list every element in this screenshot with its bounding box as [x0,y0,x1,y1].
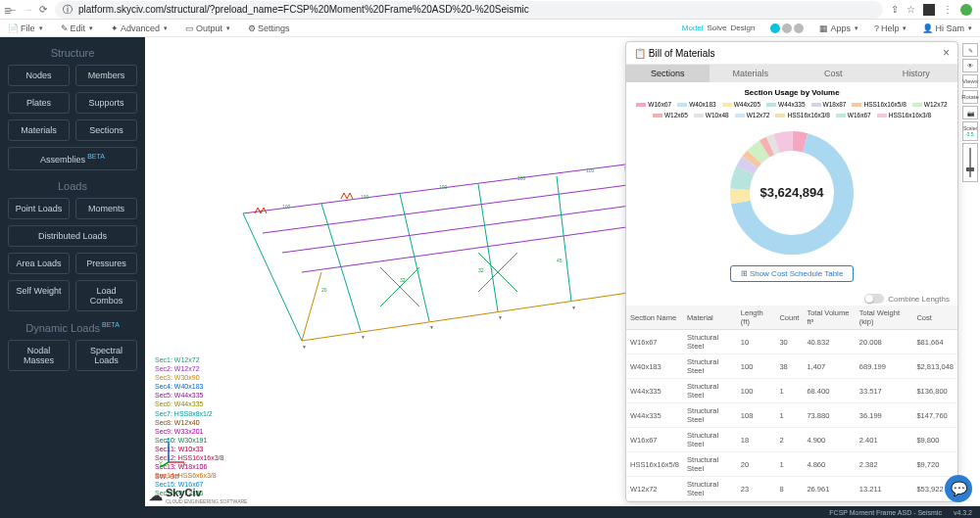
table-row[interactable]: W12x72Structural Steel23826.96113.211$53… [626,477,957,501]
stage-model-label: Model [682,24,704,32]
bom-legend-item: W12x65 [653,112,688,118]
structure-model: ▼▼▼▼▼▼ 100100100100100 20323245 [184,96,694,409]
share-icon[interactable]: ⇪ [891,4,899,15]
svg-line-2 [282,204,645,253]
bom-legend-item: W40x183 [677,101,715,108]
profile-icon[interactable] [960,4,972,16]
structure-title: Structure [8,47,137,59]
nodal-masses-button[interactable]: Nodal Masses [8,340,70,371]
combine-label: Combine Lengths [888,295,950,304]
bom-icon: 📋 [634,48,646,59]
legend-item: Sec2: W12x72 [155,364,223,373]
ext1-icon[interactable] [923,4,935,16]
forward-icon[interactable]: → [24,4,33,15]
table-row[interactable]: W16x67Structural Steel103040.83220.008$8… [626,330,957,354]
bom-legend-item: HSS16x16x3/8 [877,112,931,118]
bom-subtitle: Section Usage by Volume [634,88,950,97]
close-icon[interactable]: × [943,46,950,60]
bom-table: Section NameMaterial Length (ft)Count To… [626,306,957,501]
dynamic-loads-title: Dynamic LoadsBETA [8,321,137,334]
visibility-tool[interactable]: 👁 [962,59,978,72]
supports-button[interactable]: Supports [75,92,137,114]
table-row[interactable]: W16x67Structural Steel1824.9002.401$9,80… [626,428,957,452]
stage-model-dot[interactable] [770,24,780,33]
svg-text:▼: ▼ [498,314,503,320]
svg-text:X: X [182,461,186,467]
svg-line-1 [263,184,635,233]
plates-button[interactable]: Plates [8,92,70,114]
table-row[interactable]: W44x335Structural Steel108173.88036.199$… [626,403,957,428]
materials-button[interactable]: Materials [8,119,70,141]
apps-menu[interactable]: ▦ Apps▾ [819,24,858,33]
assemblies-button[interactable]: AssembliesBETA [8,147,137,170]
pencil-tool[interactable]: ✎ [962,43,978,57]
star-icon[interactable]: ☆ [906,4,915,15]
axes-gizmo: Z X Y [159,438,188,467]
bom-legend-item: HSS16x16x3/8 [775,112,829,118]
members-button[interactable]: Members [75,65,137,86]
tab-materials[interactable]: Materials [710,65,793,82]
stage-solve-dot[interactable] [782,24,792,33]
svg-text:32: 32 [478,267,484,273]
bom-legend-item: HSS16x16x5/8 [852,101,906,108]
svg-line-10 [302,292,635,341]
legend-item: Sec1: W12x72 [155,355,223,364]
sections-button[interactable]: Sections [75,119,137,141]
load-combos-button[interactable]: Load Combos [75,280,137,311]
pressures-button[interactable]: Pressures [75,253,137,274]
tab-sections[interactable]: Sections [626,65,710,82]
views-tool[interactable]: Views [962,74,978,88]
legend-item: Sec8: W12x40 [155,418,223,427]
loads-title: Loads [8,180,137,192]
file-menu[interactable]: 📄 File▾ [8,24,43,33]
svg-text:▼: ▼ [571,305,576,310]
moments-button[interactable]: Moments [75,198,137,219]
tab-cost[interactable]: Cost [792,65,875,82]
sw-status: SW: Off [155,473,178,480]
rotate-tool[interactable]: Rotate [962,90,978,104]
point-loads-button[interactable]: Point Loads [8,198,70,219]
table-row[interactable]: W44x335Structural Steel100168.40033.517$… [626,379,957,403]
svg-line-11 [302,272,321,341]
svg-text:20: 20 [321,287,327,293]
svg-text:Y: Y [159,460,163,466]
svg-text:▼: ▼ [361,334,366,340]
self-weight-button[interactable]: Self Weight [8,280,70,311]
camera-tool[interactable]: 📷 [962,106,978,119]
table-row[interactable]: W40x183Structural Steel100381,407689.199… [626,354,957,379]
spectral-loads-button[interactable]: Spectral Loads [75,340,137,371]
svg-line-3 [302,223,655,272]
svg-text:Z: Z [166,438,170,444]
output-menu[interactable]: ▭ Output▾ [185,24,230,33]
legend-item: Sec3: W30x90 [155,373,223,382]
area-loads-button[interactable]: Area Loads [8,253,70,274]
table-row[interactable]: HSS16x16x5/8Structural Steel2014.8602.38… [626,452,957,477]
url-bar[interactable]: ⓘ platform.skyciv.com/structural/?preloa… [55,1,883,19]
bom-legend-item: W10x48 [694,112,729,118]
tab-history[interactable]: History [875,65,958,82]
distributed-loads-button[interactable]: Distributed Loads [8,225,137,247]
reload-icon[interactable]: ⟳ [39,4,47,15]
bom-legend-item: W44x205 [722,101,760,108]
logo: ☁ SkyCivCLOUD ENGINEERING SOFTWARE [149,487,247,504]
chat-fab[interactable]: 💬 [945,475,972,502]
settings-menu[interactable]: ⚙ Settings [248,24,290,33]
menu-icon[interactable]: ≡ [4,4,11,18]
scaler-tool[interactable]: Scaler0.5 [962,121,978,141]
svg-line-4 [243,213,302,341]
bom-legend-item: W12x72 [735,112,770,118]
stage-design-dot[interactable] [794,24,804,33]
svg-text:100: 100 [282,204,291,210]
stage-design-label: Design [731,24,756,32]
combine-toggle[interactable] [864,294,884,304]
user-menu[interactable]: 👤 Hi Sam▾ [922,24,972,33]
edit-menu[interactable]: ✎ Edit▾ [61,24,94,33]
scaler-slider[interactable] [962,143,978,182]
ext2-icon[interactable]: ⋮ [943,4,953,15]
show-schedule-button[interactable]: ⊞ Show Cost Schedule Table [730,265,855,282]
advanced-menu[interactable]: ✦ Advanced▾ [111,24,168,33]
nodes-button[interactable]: Nodes [8,65,70,86]
bom-title-text: Bill of Materials [649,48,715,59]
svg-text:100: 100 [439,184,448,190]
help-menu[interactable]: ? Help▾ [874,24,907,33]
